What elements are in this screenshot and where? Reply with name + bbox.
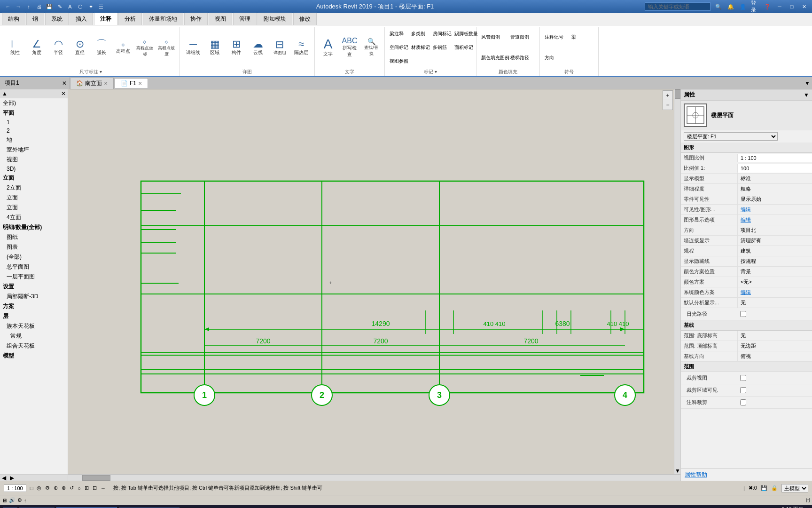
user-icon[interactable]: 👤: [739, 2, 747, 11]
btn-detail-line[interactable]: ─ 详细线: [183, 33, 203, 62]
hex-icon[interactable]: ⬡: [76, 2, 85, 11]
prop-scale-value-val[interactable]: 100: [737, 164, 812, 173]
btn-text[interactable]: A 文字: [318, 33, 338, 62]
view-plus-icon[interactable]: ⊕: [54, 485, 58, 491]
prop-top-level-value[interactable]: 无边距: [737, 341, 812, 351]
btn-arc[interactable]: ⌒ 弧长: [91, 33, 112, 62]
save-icon-status[interactable]: 💾: [761, 485, 767, 491]
back-icon[interactable]: ←: [4, 2, 12, 11]
tab-jiegou[interactable]: 结构: [2, 13, 25, 25]
tree-schedule[interactable]: 明细/数量(全部): [0, 222, 68, 232]
tab-xiezuo[interactable]: 协作: [184, 13, 208, 25]
tree-first-floor[interactable]: 一层平面图: [0, 272, 68, 282]
tree-drawing[interactable]: 图纸: [0, 232, 68, 242]
tree-layer[interactable]: 层: [0, 311, 68, 321]
tree-compound-ceiling[interactable]: 组合天花板: [0, 341, 68, 351]
prop-color-scheme-value[interactable]: <无>: [737, 277, 812, 287]
prop-crop-view-checkbox[interactable]: [740, 375, 746, 381]
btn-direction[interactable]: 方向: [543, 52, 569, 64]
search-icon[interactable]: 🔍: [714, 2, 723, 11]
btn-insulation[interactable]: ≈ 隔热层: [291, 33, 312, 62]
tree-settings[interactable]: 设置: [0, 282, 68, 292]
left-panel-close[interactable]: ✕: [61, 90, 66, 97]
tree-ceiling[interactable]: 族本天花板: [0, 321, 68, 331]
tree-elev-2[interactable]: 2立面: [0, 183, 68, 193]
btn-beam-tag[interactable]: 梁注释: [388, 28, 408, 40]
text-icon[interactable]: A: [66, 2, 74, 11]
tree-floor-plan[interactable]: 平面: [0, 108, 68, 118]
right-panel-dropdown[interactable]: ▼: [804, 92, 809, 98]
btn-spell[interactable]: ABC 拼写检查: [339, 33, 360, 62]
tab-tili[interactable]: 体量和场地: [143, 13, 183, 25]
taskbar-clock[interactable]: 8:16 下午 2021/5/4: [782, 506, 804, 508]
prop-vg-value[interactable]: 编辑: [737, 205, 812, 214]
tree-elev-4[interactable]: 4立面: [0, 213, 68, 222]
model-selector[interactable]: 主模型: [781, 484, 808, 492]
btn-stair-path[interactable]: 楼梯路径: [508, 52, 537, 64]
prop-detail-level-value[interactable]: 粗略: [737, 184, 812, 194]
view-circle2-icon[interactable]: ○: [78, 485, 81, 491]
prop-baseline-dir-value[interactable]: 俯视: [737, 351, 812, 361]
tab-zhushi[interactable]: 注释: [94, 13, 117, 25]
star-icon[interactable]: ✦: [86, 2, 95, 11]
prop-help-link[interactable]: 属性帮助: [685, 471, 707, 478]
tab-xiugai[interactable]: 修改: [293, 13, 317, 25]
tab-xitong[interactable]: 系统: [45, 13, 69, 25]
tree-elevation[interactable]: 立面: [0, 173, 68, 183]
forward-icon[interactable]: →: [14, 2, 23, 11]
tab-charu[interactable]: 插入: [70, 13, 93, 25]
tree-all[interactable]: 全部): [0, 98, 68, 108]
h-scrollbar[interactable]: [68, 474, 680, 481]
tab-south-elevation[interactable]: 🏠 南立面 ✕: [70, 78, 114, 89]
prop-discipline-value[interactable]: 建筑: [737, 246, 812, 256]
btn-material-tag[interactable]: 材质标记: [409, 42, 430, 53]
btn-find-replace[interactable]: 🔍 查找/替换: [361, 33, 382, 62]
tab-gang[interactable]: 钢: [26, 13, 44, 25]
tree-ground[interactable]: 地: [0, 135, 68, 145]
view-rect-icon[interactable]: □: [30, 485, 33, 491]
toolbar-icon-4[interactable]: ↑: [24, 498, 27, 503]
btn-skirting[interactable]: 踢脚板数量: [453, 28, 473, 40]
tab-shitu[interactable]: 视图: [209, 13, 232, 25]
tab-dropdown[interactable]: ▼: [804, 80, 810, 87]
prop-annot-crop-checkbox[interactable]: [740, 399, 746, 405]
tree-chart[interactable]: 图表: [0, 242, 68, 252]
prop-sunpath-checkbox[interactable]: [740, 311, 746, 317]
toolbar-icon-2[interactable]: 🔊: [9, 497, 16, 503]
v-scrollbar[interactable]: ▼: [674, 89, 680, 481]
view-circle-icon[interactable]: ◎: [37, 485, 41, 491]
left-panel-scroll-left[interactable]: ◀: [0, 475, 8, 481]
tree-partition[interactable]: 局部隔断-3D: [0, 292, 68, 302]
prop-view-scale-value[interactable]: 1 : 100: [737, 154, 812, 162]
view-grid-icon[interactable]: ⊞: [85, 485, 89, 491]
btn-beam-symbol[interactable]: 梁: [570, 32, 595, 43]
help-icon[interactable]: ❓: [763, 2, 772, 11]
zoom-in[interactable]: +: [663, 91, 672, 100]
tree-scheme[interactable]: 方案: [0, 302, 68, 311]
toolbar-icon-1[interactable]: 🖥: [2, 498, 7, 503]
save-icon[interactable]: 💾: [45, 2, 54, 11]
view-box-icon[interactable]: ⊡: [93, 485, 97, 491]
prop-display-model-value[interactable]: 标准: [737, 174, 812, 183]
btn-elev-slope[interactable]: ⬦ 高程点坡度: [156, 33, 177, 62]
btn-view-ref[interactable]: 视图参照: [388, 56, 408, 67]
up-icon[interactable]: ↑: [24, 2, 33, 11]
btn-annot-symbol[interactable]: 注释记号: [543, 32, 569, 43]
prop-sys-color-scheme-value[interactable]: 编辑: [737, 287, 812, 297]
tree-3d[interactable]: 3D): [0, 165, 68, 173]
btn-cloud[interactable]: ☁ 云线: [248, 33, 268, 62]
left-panel-expand[interactable]: ▲: [2, 90, 8, 97]
btn-duct-legend[interactable]: 风管图例: [479, 32, 508, 43]
view-undo-icon[interactable]: ↺: [70, 485, 74, 491]
login-label[interactable]: 登录: [751, 2, 759, 11]
tree-site-plan[interactable]: 总平面图: [0, 262, 68, 272]
minimize-icon[interactable]: ─: [775, 2, 784, 11]
btn-color-scheme[interactable]: 颜色填充图例: [479, 52, 508, 64]
left-panel-scroll-right[interactable]: ▶: [8, 475, 16, 481]
btn-diameter[interactable]: ⊙ 直径: [70, 33, 90, 62]
btn-multi-cat[interactable]: 多类别: [409, 28, 430, 40]
bell-icon[interactable]: 🔔: [726, 2, 735, 11]
btn-detail-group[interactable]: ⊟ 详图组: [269, 33, 290, 62]
tab-fenxi[interactable]: 分析: [118, 13, 142, 25]
menu-icon[interactable]: ☰: [97, 2, 105, 11]
